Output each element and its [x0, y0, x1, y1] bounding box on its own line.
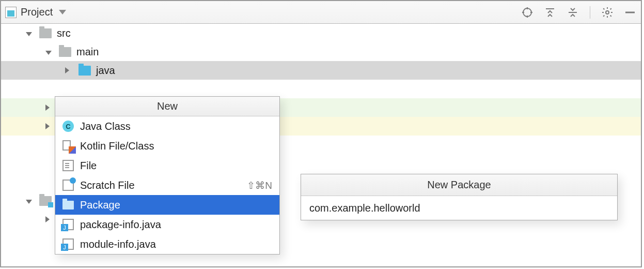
collapse-all-icon[interactable] — [566, 6, 579, 19]
svg-point-0 — [523, 8, 531, 17]
project-view-icon — [5, 7, 17, 18]
class-icon: C — [62, 121, 74, 132]
tree-node-label: main — [76, 46, 99, 58]
tree-row-spacer — [1, 80, 641, 98]
package-name-input[interactable] — [301, 196, 617, 220]
tree-node-java[interactable]: java — [1, 61, 641, 80]
expand-arrow-icon[interactable] — [26, 195, 32, 206]
context-menu-title: New — [55, 97, 279, 116]
java-file-icon — [62, 238, 74, 250]
dialog-title: New Package — [301, 174, 617, 196]
menu-item-package[interactable]: Package — [55, 195, 279, 215]
menu-item-label: Kotlin File/Class — [80, 140, 154, 152]
folder-icon — [59, 47, 71, 57]
source-folder-icon — [78, 66, 91, 76]
scratch-file-icon — [62, 180, 74, 191]
menu-item-java-class[interactable]: C Java Class — [55, 116, 279, 136]
tool-window-title[interactable]: Project — [21, 6, 53, 18]
menu-item-package-info[interactable]: package-info.java — [55, 215, 279, 234]
shortcut-label: ⇧⌘N — [247, 180, 272, 191]
package-icon — [62, 201, 74, 210]
tool-window-header: Project — [1, 1, 641, 24]
tree-node-label: java — [96, 65, 115, 77]
context-menu-new: New C Java Class Kotlin File/Class File … — [55, 96, 280, 255]
menu-item-label: Package — [80, 199, 120, 211]
hide-icon[interactable] — [623, 6, 637, 19]
locate-icon[interactable] — [521, 6, 534, 19]
java-file-icon — [62, 219, 74, 230]
file-icon — [62, 160, 74, 171]
expand-arrow-icon[interactable] — [26, 27, 32, 39]
tree-node-label: src — [57, 27, 71, 39]
toolbar-divider — [590, 6, 590, 19]
collapse-arrow-icon[interactable] — [65, 65, 71, 76]
folder-icon — [39, 28, 52, 38]
collapse-arrow-icon[interactable] — [45, 214, 52, 225]
tree-node-main[interactable]: main — [1, 42, 641, 61]
menu-item-label: module-info.java — [80, 238, 156, 250]
svg-point-7 — [606, 11, 609, 14]
web-folder-icon — [39, 196, 52, 206]
tree-node-src[interactable]: src — [1, 24, 641, 42]
menu-item-label: package-info.java — [80, 219, 161, 231]
kotlin-file-icon — [62, 140, 74, 152]
expand-all-icon[interactable] — [543, 6, 557, 19]
menu-item-label: File — [80, 160, 97, 172]
gear-icon[interactable] — [601, 6, 614, 19]
menu-item-file[interactable]: File — [55, 156, 279, 175]
menu-item-label: Scratch File — [80, 180, 135, 191]
expand-arrow-icon[interactable] — [45, 46, 52, 57]
collapse-arrow-icon[interactable] — [45, 121, 52, 132]
new-package-dialog: New Package — [301, 174, 618, 220]
menu-item-scratch-file[interactable]: Scratch File ⇧⌘N — [55, 175, 279, 195]
collapse-arrow-icon[interactable] — [45, 102, 52, 113]
menu-item-kotlin-file[interactable]: Kotlin File/Class — [55, 136, 279, 156]
chevron-down-icon[interactable] — [59, 10, 66, 14]
menu-item-label: Java Class — [80, 121, 131, 132]
project-tool-window: Project src — [0, 0, 642, 267]
menu-item-module-info[interactable]: module-info.java — [55, 234, 279, 254]
